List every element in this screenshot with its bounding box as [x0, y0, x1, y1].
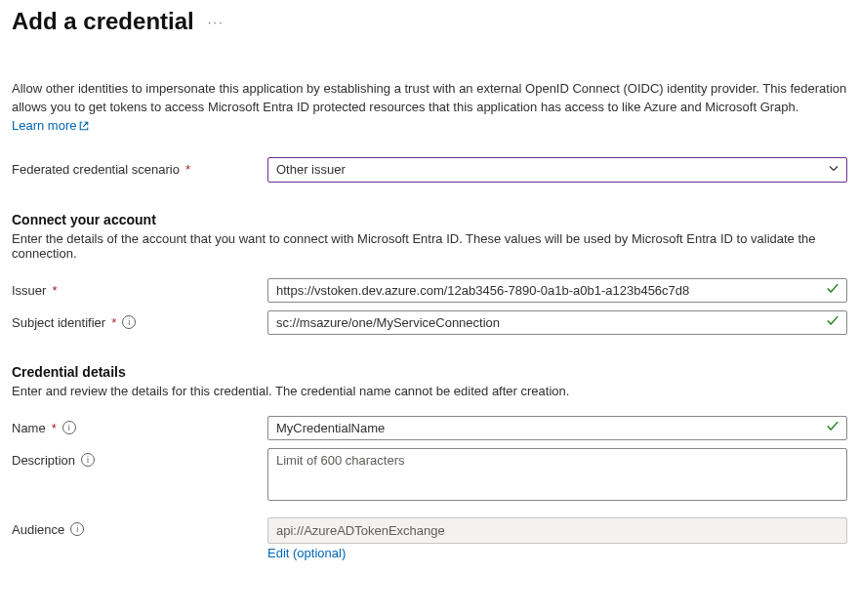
details-heading: Credential details — [12, 364, 847, 380]
subject-input[interactable] — [267, 310, 847, 335]
required-asterisk: * — [185, 162, 190, 177]
intro-text: Allow other identities to impersonate th… — [12, 81, 846, 114]
info-icon[interactable]: i — [81, 453, 95, 467]
more-menu-button[interactable]: ··· — [208, 15, 225, 29]
audience-readonly: api://AzureADTokenExchange — [267, 517, 847, 544]
info-icon[interactable]: i — [70, 522, 84, 536]
issuer-label: Issuer — [12, 283, 46, 298]
description-textarea[interactable] — [267, 448, 847, 501]
description-label: Description — [12, 453, 75, 468]
edit-audience-link[interactable]: Edit (optional) — [267, 546, 346, 560]
external-link-icon — [78, 120, 90, 132]
required-asterisk: * — [111, 315, 116, 330]
required-asterisk: * — [52, 421, 57, 435]
scenario-select[interactable]: Other issuer — [267, 157, 847, 183]
connect-description: Enter the details of the account that yo… — [12, 231, 847, 261]
name-input[interactable] — [267, 416, 847, 440]
subject-label: Subject identifier — [12, 315, 105, 330]
info-icon[interactable]: i — [122, 315, 136, 329]
connect-heading: Connect your account — [12, 212, 847, 227]
issuer-input[interactable] — [267, 278, 847, 303]
details-description: Enter and review the details for this cr… — [12, 384, 847, 398]
learn-more-link[interactable]: Learn more — [12, 117, 90, 136]
required-asterisk: * — [52, 283, 57, 298]
page-title: Add a credential — [12, 8, 194, 35]
learn-more-label: Learn more — [12, 117, 76, 136]
audience-label: Audience — [12, 522, 64, 537]
scenario-label: Federated credential scenario — [12, 162, 180, 177]
info-icon[interactable]: i — [62, 421, 76, 434]
intro-paragraph: Allow other identities to impersonate th… — [12, 80, 847, 136]
name-label: Name — [12, 421, 46, 435]
